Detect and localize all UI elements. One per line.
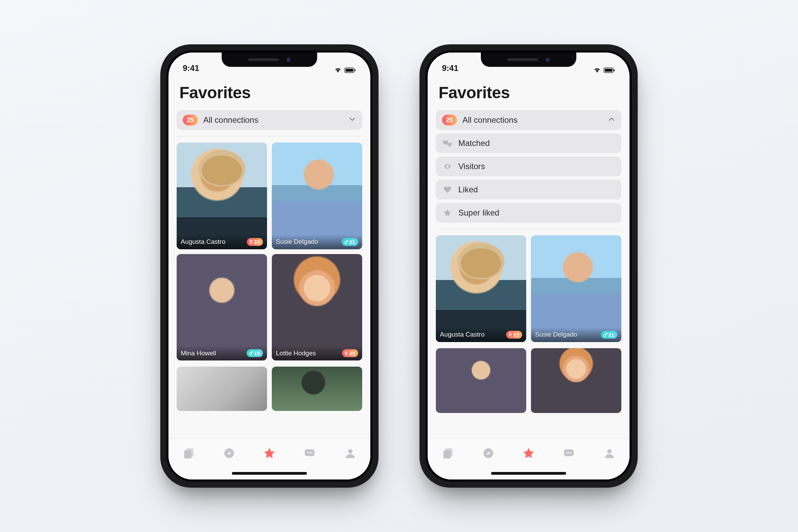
people-grid-overflow: [177, 365, 362, 411]
filter-section: 25 All connections: [177, 110, 362, 136]
cards-tab[interactable]: [180, 445, 197, 463]
filter-option-matched[interactable]: Matched: [436, 133, 621, 153]
filter-option-superliked[interactable]: Super liked: [436, 203, 621, 223]
phone-mockup-closed: 9:41 Favorites 25 All connections August…: [160, 44, 379, 488]
filter-selected-label: All connections: [462, 115, 602, 125]
filter-option-label: Matched: [458, 138, 615, 148]
filter-dropdown[interactable]: 25 All connections: [436, 110, 621, 130]
person-card[interactable]: Lottie Hodges 25: [272, 254, 362, 361]
favorites-tab[interactable]: [520, 445, 537, 463]
person-name: Susie Delgado: [276, 238, 318, 246]
stack-icon: [442, 447, 454, 460]
favorites-tab[interactable]: [261, 445, 278, 463]
profile-tab[interactable]: [601, 445, 618, 463]
star-icon: [263, 447, 276, 461]
device-notch: [481, 53, 576, 67]
people-grid-overflow: [436, 347, 621, 413]
filter-section: 25 All connections Matched Visitors Like…: [436, 110, 621, 229]
filter-option-liked[interactable]: Liked: [436, 180, 621, 200]
heart-icon: [442, 186, 453, 194]
star-icon: [522, 447, 535, 461]
age-badge: 23: [506, 331, 522, 339]
home-indicator[interactable]: [491, 472, 566, 475]
wifi-icon: [334, 68, 342, 73]
age-badge: 25: [342, 349, 358, 357]
person-card[interactable]: Susie Delgado 21: [531, 235, 621, 342]
person-name: Lottie Hodges: [276, 350, 316, 357]
person-icon: [344, 447, 356, 460]
filter-option-label: Visitors: [458, 162, 615, 171]
status-time: 9:41: [183, 63, 199, 73]
person-card[interactable]: [272, 367, 362, 411]
status-time: 9:41: [442, 63, 458, 73]
chat-icon: [304, 447, 315, 460]
filter-count-badge: 25: [183, 115, 198, 125]
hearts-icon: [442, 139, 453, 147]
person-card[interactable]: [177, 367, 267, 411]
venus-icon: [249, 239, 253, 244]
filter-selected-label: All connections: [203, 115, 343, 125]
person-icon: [604, 447, 615, 460]
age-badge: 19: [247, 349, 263, 357]
filter-option-visitors[interactable]: Visitors: [436, 157, 621, 176]
filter-option-label: Liked: [458, 185, 615, 194]
chevron-up-icon: [608, 116, 615, 124]
person-card[interactable]: Mina Howell 19: [177, 254, 267, 361]
star-icon: [442, 208, 453, 217]
stack-icon: [183, 447, 194, 460]
people-grid: Augusta Castro 23 Susie Delgado 21: [177, 141, 362, 360]
filter-count-badge: 25: [442, 115, 457, 125]
filter-option-label: Super liked: [458, 208, 615, 218]
page-title: Favorites: [439, 83, 619, 102]
explore-tab[interactable]: [220, 445, 238, 463]
chat-tab[interactable]: [301, 445, 319, 463]
battery-icon: [344, 68, 356, 73]
people-grid: Augusta Castro 23 Susie Delgado 21: [436, 234, 621, 342]
chat-tab[interactable]: [560, 445, 578, 463]
person-card[interactable]: Susie Delgado 21: [272, 143, 362, 249]
profile-tab[interactable]: [341, 445, 359, 463]
person-name: Mina Howell: [181, 350, 216, 357]
person-name: Susie Delgado: [535, 331, 577, 338]
person-card[interactable]: Augusta Castro 23: [177, 143, 267, 249]
person-card[interactable]: [436, 348, 526, 413]
person-card[interactable]: Augusta Castro 23: [436, 235, 526, 342]
battery-icon: [604, 68, 615, 73]
phone-mockup-open: 9:41 Favorites 25 All connections Matche…: [419, 44, 638, 488]
cards-tab[interactable]: [439, 445, 457, 463]
eye-icon: [442, 162, 453, 171]
chevron-down-icon: [349, 116, 356, 124]
compass-icon: [223, 447, 235, 460]
filter-dropdown[interactable]: 25 All connections: [177, 110, 362, 130]
venus-icon: [344, 351, 348, 356]
chat-icon: [563, 447, 575, 460]
age-badge: 21: [342, 238, 358, 246]
person-card[interactable]: [531, 348, 621, 413]
venus-icon: [508, 332, 512, 337]
age-badge: 21: [601, 331, 617, 339]
person-name: Augusta Castro: [440, 331, 485, 338]
mars-icon: [344, 240, 348, 244]
page-title: Favorites: [179, 83, 359, 102]
device-notch: [222, 53, 317, 67]
age-badge: 23: [247, 238, 263, 246]
mars-icon: [603, 332, 607, 337]
explore-tab[interactable]: [479, 445, 497, 463]
wifi-icon: [593, 68, 601, 73]
person-name: Augusta Castro: [181, 238, 225, 246]
mars-icon: [249, 351, 253, 355]
compass-icon: [483, 447, 494, 460]
home-indicator[interactable]: [232, 472, 307, 475]
